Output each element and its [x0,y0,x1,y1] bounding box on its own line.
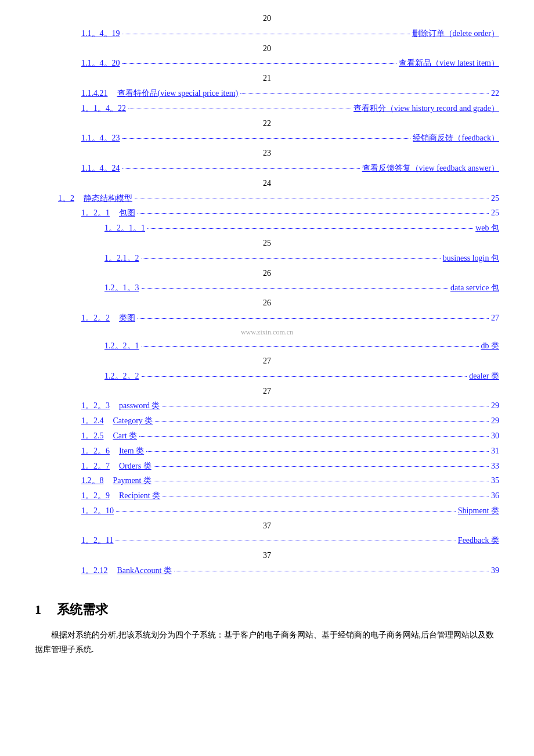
toc-num[interactable]: 1.2。1。3 [104,281,139,295]
toc-label[interactable]: Recipient 类 [119,489,160,503]
toc-label[interactable]: Category 类 [113,414,153,428]
section-title: 系统需求 [57,602,108,617]
toc-entry-1-1-4-23: 1.1。4。23 经销商反馈（feedback） [35,131,499,145]
toc-entry-1-2-3: 1。2。3 password 类 29 [35,399,499,413]
page-number: 20 [263,12,271,26]
toc-num[interactable]: 1.1.4.21 [81,87,108,100]
toc-label[interactable]: 包图 [119,206,135,220]
watermark: www.zixin.com.cn [35,326,499,338]
toc-label[interactable]: Payment 类 [113,474,152,488]
toc-page: 22 [491,87,499,100]
toc-page: 36 [491,489,499,503]
toc-entry-1-2-1: 1。2。1 包图 25 [35,206,499,220]
toc-dots [135,191,489,199]
toc-num[interactable]: 1.1。4。20 [81,56,120,70]
toc-num[interactable]: 1。2。1。1 [104,221,145,235]
toc-num[interactable]: 1。2。11 [81,534,113,548]
toc-num[interactable]: 1。2 [58,192,74,206]
toc-page-22: 22 [35,117,499,131]
page-number: 26 [263,267,271,280]
toc-num[interactable]: 1.2。2。2 [104,369,139,383]
toc-entry-1-2-8: 1.2。8 Payment 类 35 [35,474,499,488]
section-number: 1 [35,602,41,617]
toc-page: 25 [491,192,499,206]
toc-page-27a: 27 [35,354,499,368]
toc-page-20b: 20 [35,42,499,56]
toc-page: 29 [491,414,499,428]
toc-num[interactable]: 1.1。4。23 [81,131,120,145]
toc-label[interactable]: BankAccount 类 [117,564,172,578]
toc-num[interactable]: 1.2。8 [81,474,104,488]
section-body-text: 根据对系统的分析,把该系统划分为四个子系统：基于客户的电子商务网站、基于经销商的… [35,628,499,657]
toc-label[interactable]: 查看新品（view latest item） [399,56,499,70]
toc-page: 33 [491,459,499,473]
toc-entry-1-1-4-21: 1.1.4.21 查看特价品(view special price item) … [35,87,499,100]
toc-entry-1-2: 1。2 静态结构模型 25 [35,192,499,206]
toc-dots [154,473,489,481]
toc-label[interactable]: 删除订单（delete order） [412,27,499,41]
toc-num[interactable]: 1。2。1 [81,206,110,220]
toc-page: 25 [491,206,499,220]
toc-page: 39 [491,564,499,578]
toc-label[interactable]: 类图 [119,311,135,325]
toc-page-27b: 27 [35,384,499,398]
toc-num[interactable]: 1。2.12 [81,564,108,578]
toc-num[interactable]: 1。2。7 [81,459,110,473]
toc-label[interactable]: password 类 [119,399,160,413]
toc-page-20a: 20 [35,12,499,26]
toc-entry-1-2-10: 1。2。10 Shipment 类 [35,504,499,518]
toc-page: 27 [491,311,499,325]
toc-page-37b: 37 [35,549,499,563]
toc-label[interactable]: Shipment 类 [458,504,499,518]
toc-dots [122,161,360,169]
toc-label[interactable]: 经销商反馈（feedback） [413,131,499,145]
toc-label[interactable]: Orders 类 [119,459,151,473]
toc-entry-1-2-5: 1。2.5 Cart 类 30 [35,429,499,443]
toc-label[interactable]: web 包 [475,221,499,235]
toc-entry-1-2-12: 1。2.12 BankAccount 类 39 [35,564,499,578]
toc-page: 29 [491,399,499,413]
toc-num[interactable]: 1.1。4。19 [81,27,120,41]
toc-num[interactable]: 1。2。6 [81,444,110,458]
toc-label[interactable]: 查看积分（view history record and grade） [353,102,499,116]
toc-page-26a: 26 [35,267,499,280]
toc-page: 30 [491,429,499,443]
toc-label[interactable]: 静态结构模型 [84,192,132,206]
toc-label[interactable]: data service 包 [450,281,499,295]
page-number: 25 [263,236,271,250]
page-number: 27 [263,384,271,398]
toc-num[interactable]: 1。2.5 [81,429,104,443]
toc-num[interactable]: 1.2。2。1 [104,339,139,353]
toc-label[interactable]: 查看反馈答复（view feedback answer） [362,161,499,175]
toc-dots [142,280,449,289]
toc-label[interactable]: Feedback 类 [458,534,499,548]
toc-num[interactable]: 1。2。3 [81,399,110,413]
page-number: 24 [263,177,271,190]
toc-entry-1-2-4: 1。2.4 Category 类 29 [35,414,499,428]
toc-num[interactable]: 1.1。4。24 [81,161,120,175]
toc-entry-1-2-6: 1。2。6 Item 类 31 [35,444,499,458]
toc-label[interactable]: Item 类 [119,444,144,458]
toc-num[interactable]: 1。1。4。22 [81,102,126,116]
toc-num[interactable]: 1。2。2 [81,311,110,325]
toc-num[interactable]: 1。2.1。2 [104,251,139,265]
toc-dots [138,311,489,319]
toc-num[interactable]: 1。2。10 [81,504,114,518]
page-number: 26 [263,296,271,310]
toc-dots [174,563,489,571]
page-number: 22 [263,117,271,131]
toc-num[interactable]: 1。2。9 [81,489,110,503]
toc-dots [162,398,489,406]
section-1: 1 系统需求 根据对系统的分析,把该系统划分为四个子系统：基于客户的电子商务网站… [35,601,499,657]
toc-entry-1-2-1-1: 1。2。1。1 web 包 [35,221,499,235]
toc-label[interactable]: business login 包 [443,251,499,265]
toc-label[interactable]: 查看特价品(view special price item) [117,87,239,100]
toc-dots [147,221,473,229]
toc-label[interactable]: dealer 类 [469,369,499,383]
toc-label[interactable]: Cart 类 [113,429,138,443]
toc-num[interactable]: 1。2.4 [81,414,104,428]
toc-entry-1-2-1-2: 1。2.1。2 business login 包 [35,251,499,265]
toc-page-24: 24 [35,177,499,190]
toc-label[interactable]: db 类 [481,339,500,353]
toc-dots [142,251,441,259]
